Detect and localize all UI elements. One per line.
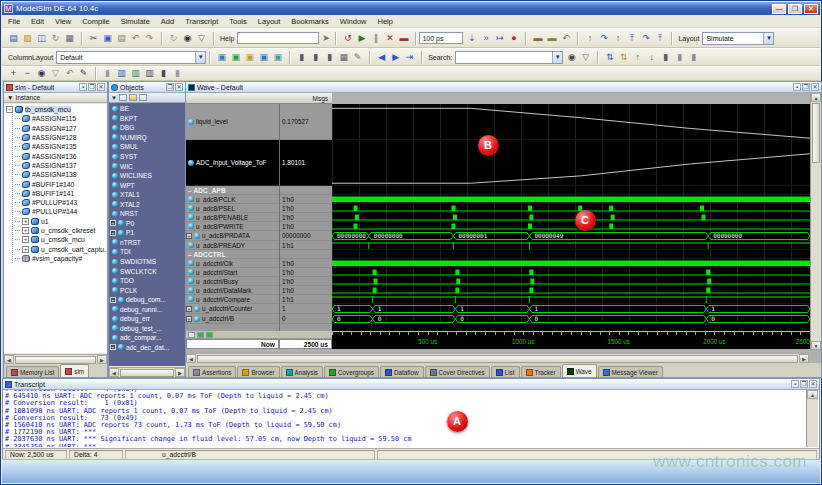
wave-tool2-icon[interactable]: ▮ bbox=[673, 51, 686, 64]
msgs-column-header[interactable]: Msgs bbox=[186, 93, 332, 104]
tree-item[interactable]: #ASSIGN#137 bbox=[13, 161, 107, 170]
search-opts-icon[interactable]: ▽ bbox=[579, 51, 592, 64]
wave-signal-value[interactable]: 00000000 bbox=[280, 231, 332, 241]
pin-icon[interactable]: ▪ bbox=[793, 83, 801, 91]
stop2-icon[interactable]: ● bbox=[507, 32, 520, 45]
wave-group-row[interactable]: – ADC_APB bbox=[186, 186, 279, 195]
env-fwd-icon[interactable]: ↶ bbox=[559, 32, 572, 45]
cut-time-icon[interactable]: ▮ bbox=[171, 67, 184, 80]
object-signal-row[interactable]: WIC bbox=[109, 161, 185, 171]
break-icon[interactable]: ▬ bbox=[397, 32, 410, 45]
print-icon[interactable]: ▦ bbox=[63, 32, 76, 45]
wave-signal-value[interactable]: 1'h0 bbox=[280, 277, 332, 286]
pin-icon[interactable]: ▪ bbox=[79, 83, 87, 91]
cursor-add-icon[interactable] bbox=[188, 332, 195, 338]
env-up-icon[interactable]: ▬ bbox=[531, 32, 544, 45]
expand-icon[interactable]: + bbox=[110, 297, 116, 303]
pin-icon[interactable]: ▪ bbox=[791, 380, 799, 388]
wave-signal-name[interactable]: u_adcctrl/Start bbox=[186, 268, 279, 277]
expand-icon[interactable]: + bbox=[110, 220, 116, 226]
object-signal-row[interactable]: BKPT bbox=[109, 114, 185, 124]
reload-icon[interactable]: ↻ bbox=[49, 32, 62, 45]
tree-item[interactable]: #ASSIGN#135 bbox=[13, 142, 107, 151]
menu-item-layout[interactable]: Layout bbox=[258, 17, 281, 26]
tab-assertions[interactable]: Assertions bbox=[188, 366, 236, 377]
wave-signal-value[interactable]: 1'h0 bbox=[280, 213, 332, 222]
tree-item[interactable]: +u1 bbox=[13, 217, 107, 226]
zoom-last-icon[interactable]: ↶ bbox=[63, 67, 76, 80]
wave-group-row[interactable]: – ADCCTRL bbox=[186, 250, 279, 259]
help-search-input[interactable] bbox=[237, 32, 319, 44]
object-signal-row[interactable]: +adc_dec_dat... bbox=[109, 343, 185, 353]
wave-signal-value[interactable]: 1'h0 bbox=[280, 268, 332, 277]
wave-signal-value[interactable]: 1'h0 bbox=[280, 259, 332, 268]
expand-icon[interactable]: + bbox=[186, 306, 192, 312]
object-signal-row[interactable]: adc_compar... bbox=[109, 333, 185, 343]
search-input[interactable]: ▼ bbox=[455, 51, 563, 64]
object-signal-row[interactable]: debug_runni... bbox=[109, 304, 185, 314]
undock-icon[interactable]: ❐ bbox=[802, 83, 810, 91]
close-icon[interactable]: ✕ bbox=[97, 83, 105, 91]
expand-all-icon[interactable]: ▥ bbox=[143, 67, 156, 80]
tab-list[interactable]: List bbox=[491, 366, 520, 377]
step-into-icon[interactable]: ↑ bbox=[583, 32, 596, 45]
expand-icon[interactable]: + bbox=[186, 233, 192, 239]
object-signal-row[interactable]: +P0 bbox=[109, 219, 185, 229]
wave-signal-name[interactable]: u_adc8/PWRITE bbox=[186, 222, 279, 231]
cursor-green2-icon[interactable] bbox=[206, 332, 213, 338]
object-signal-row[interactable]: SWDIOTMS bbox=[109, 257, 185, 267]
wave-cursor2-icon[interactable]: ⇅ bbox=[617, 51, 630, 64]
wave-signal-name[interactable]: +u_adcctrl/B bbox=[186, 314, 279, 324]
chevron-down-icon[interactable]: ▼ bbox=[552, 52, 562, 63]
wave-signal-name[interactable]: u_adcctrl/Busy bbox=[186, 277, 279, 286]
undock-icon[interactable]: ❐ bbox=[166, 83, 174, 91]
cursor-add-icon[interactable]: ▮ bbox=[295, 51, 308, 64]
object-signal-row[interactable]: SMUL bbox=[109, 142, 185, 152]
expand-icon[interactable]: + bbox=[22, 218, 29, 225]
tab-memory-list[interactable]: Memory List bbox=[6, 366, 59, 377]
wave-signal-value[interactable]: 1'h0 bbox=[280, 286, 332, 295]
wave-signal-value[interactable] bbox=[280, 250, 332, 259]
object-signal-row[interactable]: nTRST bbox=[109, 238, 185, 248]
menu-item-compile[interactable]: Compile bbox=[82, 17, 110, 26]
objects-options-icon[interactable] bbox=[129, 94, 137, 101]
wave-tool1-icon[interactable]: ▮ bbox=[659, 51, 672, 64]
object-signal-row[interactable]: WICLINES bbox=[109, 171, 185, 181]
stop-sim-icon[interactable]: ✕ bbox=[383, 32, 396, 45]
object-signal-row[interactable]: TDO bbox=[109, 276, 185, 286]
tab-covergroups[interactable]: Covergroups bbox=[324, 366, 379, 377]
add-wave2-icon[interactable]: ▣ bbox=[229, 51, 242, 64]
tab-tracker[interactable]: Tracker bbox=[521, 366, 561, 377]
chevron-down-icon[interactable]: ▼ bbox=[763, 33, 773, 44]
object-signal-row[interactable]: WPT bbox=[109, 180, 185, 190]
tab-message-viewer[interactable]: Message Viewer bbox=[598, 366, 663, 377]
expand-icon[interactable]: + bbox=[22, 246, 29, 253]
menu-item-help[interactable]: Help bbox=[378, 17, 393, 26]
close-button[interactable]: ✕ bbox=[804, 4, 818, 14]
wave-signal-value[interactable]: 1'h1 bbox=[280, 295, 332, 304]
wave-cursor1-icon[interactable]: ⇅ bbox=[603, 51, 616, 64]
maximize-button[interactable]: ❐ bbox=[788, 4, 802, 14]
tree-item[interactable]: +u_cmsdk_uart_captu... bbox=[13, 244, 107, 253]
tree-item[interactable]: #ASSIGN#136 bbox=[13, 151, 107, 160]
undo-icon[interactable]: ↶ bbox=[129, 32, 142, 45]
columnlayout-select[interactable]: Default▼ bbox=[56, 51, 206, 64]
zoom-mode-icon[interactable]: ✎ bbox=[77, 67, 90, 80]
menu-item-bookmarks[interactable]: Bookmarks bbox=[291, 17, 329, 26]
tree-item[interactable]: #BUFIF1#140 bbox=[13, 179, 107, 188]
expand-time-icon[interactable]: ▥ bbox=[115, 67, 128, 80]
cursor-del-icon[interactable]: ▮ bbox=[309, 51, 322, 64]
sim-panel-header[interactable]: sim - Default ▪ ❐ ✕ bbox=[4, 82, 107, 93]
object-signal-row[interactable]: +debug_com... bbox=[109, 295, 185, 305]
expand-icon[interactable]: + bbox=[186, 316, 192, 322]
tree-item[interactable]: +u_cmsdk_clkreset bbox=[13, 226, 107, 235]
tab-sim[interactable]: sim bbox=[60, 364, 89, 377]
sim-hscrollbar[interactable]: ◀▶ bbox=[4, 354, 107, 364]
run-all-icon[interactable]: » bbox=[479, 32, 492, 45]
wave-signal-name[interactable]: u_adc8/PREADY bbox=[186, 241, 279, 250]
instance-column-header[interactable]: ▼Instance bbox=[4, 93, 107, 103]
undock-icon[interactable]: ❐ bbox=[800, 380, 808, 388]
reload2-icon[interactable]: ↻ bbox=[167, 32, 180, 45]
expand-icon[interactable]: + bbox=[22, 227, 29, 234]
wave-zoom1-icon[interactable]: ↑ bbox=[631, 51, 644, 64]
